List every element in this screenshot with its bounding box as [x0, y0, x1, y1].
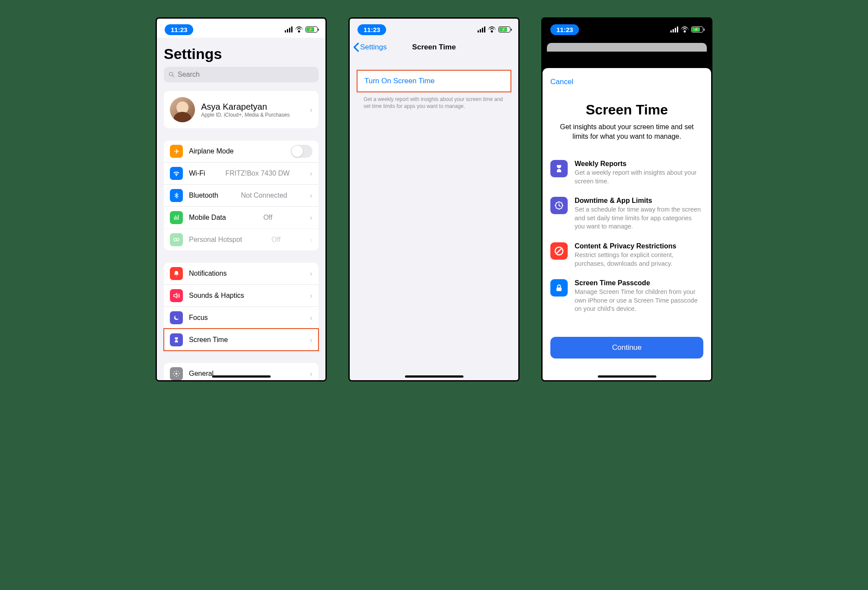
feature-text: Content & Privacy Restrictions Restrict …	[575, 242, 703, 268]
chevron-right-icon: ›	[310, 213, 312, 222]
row-label: General	[189, 370, 214, 378]
lock-icon	[550, 279, 568, 297]
row-label: Airplane Mode	[189, 147, 234, 155]
wifi-icon	[488, 26, 496, 33]
row-wifi[interactable]: Wi-Fi FRITZ!Box 7430 DW ›	[164, 162, 319, 184]
sounds-icon	[170, 289, 183, 302]
row-label: Focus	[189, 314, 208, 322]
chevron-right-icon: ›	[310, 369, 312, 378]
status-right: ⚡	[285, 26, 318, 33]
row-label: Wi-Fi	[189, 170, 205, 177]
home-indicator[interactable]	[598, 375, 656, 378]
chevron-right-icon: ›	[310, 269, 312, 278]
row-sounds[interactable]: Sounds & Haptics ›	[164, 284, 319, 306]
row-value: Off	[271, 236, 280, 244]
svg-line-1	[172, 75, 174, 77]
row-label: Mobile Data	[189, 214, 226, 222]
feature-text: Downtime & App Limits Set a schedule for…	[575, 197, 703, 231]
screentime-content: Settings Screen Time Turn On Screen Time…	[350, 38, 518, 380]
signal-icon	[670, 26, 678, 33]
wifi-settings-icon	[170, 167, 183, 180]
row-label: Sounds & Haptics	[189, 292, 244, 300]
status-right: ⚡	[670, 26, 703, 33]
row-value: FRITZ!Box 7430 DW	[225, 170, 289, 177]
row-label: Notifications	[189, 270, 227, 277]
chevron-right-icon: ›	[310, 169, 312, 178]
connectivity-group: ✈ Airplane Mode Wi-Fi FRITZ!Box 7430 DW …	[164, 140, 319, 251]
phone-screentime-off: 11:23 ⚡ Settings Screen Time Turn On Scr…	[348, 17, 520, 381]
row-label: Bluetooth	[189, 192, 218, 199]
feature-title: Downtime & App Limits	[575, 197, 703, 205]
row-hotspot[interactable]: Personal Hotspot Off ›	[164, 228, 319, 251]
continue-button[interactable]: Continue	[550, 337, 703, 359]
feature-weekly: Weekly Reports Get a weekly report with …	[550, 160, 703, 186]
phone-settings: 11:23 ⚡ Settings Asya Karapetyan Apple I…	[156, 17, 327, 381]
chevron-left-icon	[353, 42, 359, 52]
screentime-icon	[170, 333, 183, 346]
status-time: 11:23	[358, 24, 386, 35]
search-field[interactable]	[164, 67, 319, 82]
home-indicator[interactable]	[212, 375, 270, 378]
search-input[interactable]	[178, 71, 314, 78]
profile-text: Asya Karapetyan Apple ID, iCloud+, Media…	[201, 102, 289, 118]
general-icon	[170, 367, 183, 380]
feature-content: Content & Privacy Restrictions Restrict …	[550, 242, 703, 268]
home-indicator[interactable]	[405, 375, 463, 378]
signal-icon	[478, 26, 485, 33]
intro-sheet: Cancel Screen Time Get insights about yo…	[543, 68, 711, 380]
status-time: 11:23	[550, 24, 579, 35]
chevron-right-icon: ›	[310, 235, 312, 244]
row-screentime[interactable]: Screen Time ›	[164, 329, 319, 351]
back-label: Settings	[360, 43, 387, 52]
phone-screentime-intro: 11:23 ⚡ Cancel Screen Time Get insights …	[541, 17, 712, 381]
row-notifications[interactable]: Notifications ›	[164, 263, 319, 284]
feature-downtime: Downtime & App Limits Set a schedule for…	[550, 197, 703, 231]
airplane-icon: ✈	[170, 145, 183, 158]
profile-card[interactable]: Asya Karapetyan Apple ID, iCloud+, Media…	[164, 91, 319, 128]
feature-desc: Restrict settings for explicit content, …	[575, 251, 703, 268]
wifi-icon	[295, 26, 303, 33]
profile-sub: Apple ID, iCloud+, Media & Purchases	[201, 112, 289, 118]
mobile-data-icon	[170, 211, 183, 224]
row-airplane[interactable]: ✈ Airplane Mode	[164, 140, 319, 162]
feature-passcode: Screen Time Passcode Manage Screen Time …	[550, 279, 703, 313]
signal-icon	[285, 26, 293, 33]
back-button[interactable]: Settings	[353, 42, 387, 52]
airplane-toggle[interactable]	[291, 145, 312, 158]
search-icon	[168, 71, 175, 78]
hotspot-icon	[170, 233, 183, 246]
feature-desc: Set a schedule for time away from the sc…	[575, 205, 703, 231]
battery-icon: ⚡	[306, 26, 318, 33]
feature-title: Weekly Reports	[575, 160, 703, 168]
turn-on-card[interactable]: Turn On Screen Time	[357, 70, 511, 92]
status-bar: 11:23 ⚡	[350, 19, 518, 38]
bluetooth-icon	[170, 189, 183, 202]
footer-text: Get a weekly report with insights about …	[357, 92, 511, 113]
feature-desc: Get a weekly report with insights about …	[575, 169, 703, 186]
avatar	[170, 97, 195, 122]
chevron-right-icon: ›	[310, 291, 312, 300]
status-right: ⚡	[478, 26, 510, 33]
row-focus[interactable]: Focus ›	[164, 306, 319, 329]
nav-title: Screen Time	[412, 43, 456, 52]
battery-icon: ⚡	[498, 26, 510, 33]
turn-on-link[interactable]: Turn On Screen Time	[364, 77, 435, 85]
chevron-right-icon: ›	[310, 105, 312, 114]
row-general[interactable]: General ›	[164, 363, 319, 380]
profile-name: Asya Karapetyan	[201, 102, 289, 112]
settings-content: Settings Asya Karapetyan Apple ID, iClou…	[157, 38, 325, 380]
features-list: Weekly Reports Get a weekly report with …	[550, 160, 703, 313]
notifications-icon	[170, 267, 183, 280]
chevron-right-icon: ›	[310, 313, 312, 323]
feature-desc: Manage Screen Time for children from you…	[575, 288, 703, 313]
row-value: Not Connected	[241, 192, 287, 199]
chevron-right-icon: ›	[310, 336, 312, 345]
restrict-icon	[550, 242, 568, 260]
row-mobile-data[interactable]: Mobile Data Off ›	[164, 206, 319, 228]
svg-point-4	[176, 373, 178, 375]
page-title: Settings	[164, 46, 319, 62]
general-group: General ›	[164, 363, 319, 380]
cancel-button[interactable]: Cancel	[550, 78, 703, 86]
row-bluetooth[interactable]: Bluetooth Not Connected ›	[164, 184, 319, 206]
feature-title: Screen Time Passcode	[575, 279, 703, 287]
